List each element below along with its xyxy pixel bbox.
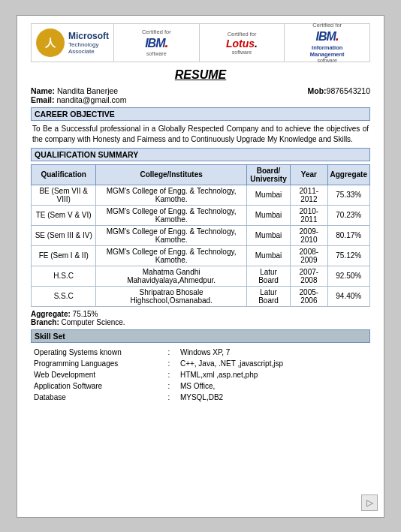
resume-paper: 人 Microsoft TechnologyAssociate Certifie… (17, 15, 384, 518)
ms-sub: TechnologyAssociate (68, 41, 109, 55)
table-row: H.S.CMahatma Gandhi Mahavidyalaya,Ahmedp… (32, 266, 370, 286)
table-cell: Latur Board (246, 266, 290, 286)
ibm1-logo: IBM. (145, 35, 167, 51)
table-cell: SE (Sem III & IV) (32, 225, 96, 245)
skill-value: C++, Java, .NET ,javascript,jsp (179, 359, 369, 368)
name-label: Name: (31, 86, 55, 95)
aggregate-label: Aggregate: (31, 310, 71, 318)
branch-value: Computer Science. (62, 318, 125, 326)
table-cell: MGM's College of Engg. & Technology, Kam… (96, 205, 247, 225)
table-cell: MGM's College of Engg. & Technology, Kam… (96, 225, 247, 245)
ms-name: Microsoft (68, 31, 109, 41)
personal-info: Name: Nandita Banerjee Email: nandita@gm… (31, 86, 370, 104)
skill-row: Application Software:MS Office, (32, 381, 369, 391)
table-cell: 2005-2006 (291, 286, 327, 306)
table-row: BE (Sem VII & VIII)MGM's College of Engg… (32, 185, 370, 205)
skill-row: Database:MYSQL,DB2 (32, 392, 369, 402)
table-cell: 75.12% (327, 245, 369, 266)
table-cell: 70.23% (327, 205, 369, 225)
table-row: S.S.CShripatrao Bhosale Highschool,Osman… (32, 286, 370, 306)
ibm2-logo: IBM. (316, 29, 339, 44)
table-cell: Mumbai (246, 205, 290, 225)
col-qualification: Qualification (32, 164, 96, 185)
skill-value: HTML,xml ,asp.net,php (179, 370, 369, 380)
qualification-header: QUALIFICATION SUMMARY (31, 148, 370, 161)
mob-label: Mob: (308, 86, 327, 95)
skill-label: Web Development (32, 370, 159, 380)
resume-title: RESUME (31, 68, 370, 82)
table-cell: 2010-2011 (291, 205, 327, 225)
table-cell: 75.33% (327, 185, 369, 205)
ibm2-right: IBM. InformationManagement (310, 29, 345, 58)
skill-row: Operating Systems known:Windows XP, 7 (32, 347, 369, 357)
ms-text: Microsoft TechnologyAssociate (68, 31, 109, 55)
personal-right: Mob:9876543210 (308, 86, 370, 104)
branch-label: Branch: (31, 318, 59, 326)
cert1-for: Certified for (142, 29, 171, 35)
table-header-row: Qualification College/Institutes Board/U… (32, 164, 370, 185)
table-row: SE (Sem III & IV)MGM's College of Engg. … (32, 225, 370, 245)
qualification-table: Qualification College/Institutes Board/U… (31, 164, 370, 307)
table-cell: 2011-2012 (291, 185, 327, 205)
cert2-label: software (232, 50, 252, 55)
cert1-label: software (146, 51, 166, 56)
ms-logo: 人 Microsoft TechnologyAssociate (32, 24, 114, 62)
info-mgmt: InformationManagement (310, 44, 345, 58)
skill-colon: : (161, 381, 177, 391)
table-cell: 2007-2008 (291, 266, 327, 286)
table-cell: MGM's College of Engg. & Technology, Kam… (96, 245, 247, 266)
skill-row: Programming Languages:C++, Java, .NET ,j… (32, 359, 369, 368)
table-cell: MGM's College of Engg. & Technology, Kam… (96, 185, 247, 205)
ms-icon: 人 (36, 29, 65, 57)
nav-arrow[interactable]: ▷ (361, 494, 378, 511)
table-row: FE (Sem I & II)MGM's College of Engg. & … (32, 245, 370, 266)
table-cell: 80.17% (327, 225, 369, 245)
email-label: Email: (31, 95, 55, 104)
table-cell: S.S.C (32, 286, 96, 306)
name-value: Nandita Banerjee (57, 86, 118, 95)
table-cell: TE (Sem V & VI) (32, 205, 96, 225)
aggregate-value: 75.15% (73, 310, 98, 318)
aggregate-branch: Aggregate: 75.15% Branch: Computer Scien… (31, 310, 370, 326)
skill-colon: : (161, 347, 177, 357)
lotus-logo: Lotus. (226, 38, 258, 50)
table-cell: Latur Board (246, 286, 290, 306)
mob-value: 9876543210 (327, 86, 370, 95)
email-value: nandita@gmail.com (56, 95, 126, 104)
personal-left: Name: Nandita Banerjee Email: nandita@gm… (31, 86, 126, 104)
col-aggregate: Aggregate (327, 164, 369, 185)
table-cell: H.S.C (32, 266, 96, 286)
skill-colon: : (161, 359, 177, 368)
skill-colon: : (161, 392, 177, 402)
page-container: 人 Microsoft TechnologyAssociate Certifie… (0, 0, 401, 532)
table-cell: Mumbai (246, 185, 290, 205)
table-cell: 92.50% (327, 266, 369, 286)
table-cell: Mumbai (246, 245, 290, 266)
skills-table: Operating Systems known:Windows XP, 7Pro… (31, 346, 370, 404)
table-cell: Shripatrao Bhosale Highschool,Osmanabad. (96, 286, 247, 306)
skill-value: Windows XP, 7 (179, 347, 369, 357)
cert-section: Certified for IBM. software Certified fo… (114, 24, 369, 62)
cert3-for: Certified for (312, 22, 342, 29)
cert-lotus: Certified for Lotus. software (200, 24, 285, 62)
skill-label: Database (32, 392, 159, 402)
skill-label: Application Software (32, 381, 159, 391)
svg-text:人: 人 (44, 37, 56, 49)
career-objective-text: To Be a Successful professional in a Glo… (31, 124, 370, 145)
skill-label: Programming Languages (32, 359, 159, 368)
col-year: Year (291, 164, 327, 185)
cert-ibm2: Certified for IBM. InformationManagement… (285, 24, 369, 62)
table-cell: 2008-2009 (291, 245, 327, 266)
nav-arrow-icon: ▷ (366, 497, 373, 508)
table-cell: Mahatma Gandhi Mahavidyalaya,Ahmedpur. (96, 266, 247, 286)
table-cell: BE (Sem VII & VIII) (32, 185, 96, 205)
skill-label: Operating Systems known (32, 347, 159, 357)
table-cell: FE (Sem I & II) (32, 245, 96, 266)
cert3-label: software (317, 58, 336, 63)
col-college: College/Institutes (96, 164, 247, 185)
table-cell: Mumbai (246, 225, 290, 245)
table-row: TE (Sem V & VI)MGM's College of Engg. & … (32, 205, 370, 225)
skill-row: Web Development:HTML,xml ,asp.net,php (32, 370, 369, 380)
career-objective-header: CAREER OBJECTIVE (31, 107, 370, 121)
skill-value: MYSQL,DB2 (179, 392, 369, 402)
